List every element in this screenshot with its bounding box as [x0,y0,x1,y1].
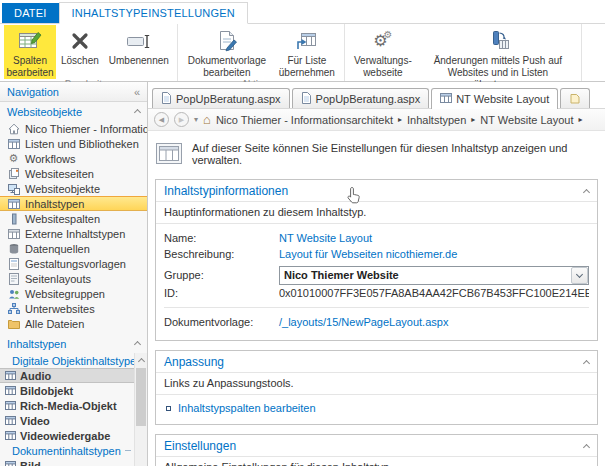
collapse-pane-icon[interactable]: « [134,86,140,98]
scrollbar-thumb[interactable] [136,368,146,426]
ribbon-group-verwalten: ⚙⚙ Verwaltungs-webseite Änderungen mitte… [345,24,582,81]
sidebar-item-websitegruppen[interactable]: Websitegruppen [0,286,147,301]
ct-item-bild[interactable]: Bild [0,458,134,466]
sharepoint-designer-window: DATEI INHALTSTYPEINSTELLUNGEN Spalten be… [0,0,605,466]
navigation-pane-header: Navigation « [0,82,147,102]
section-subtitle: Hauptinformationen zu diesem Inhaltstyp. [156,202,597,224]
sidebar-item-unterwebsites[interactable]: Unterwebsites [0,301,147,316]
tab-datei[interactable]: DATEI [2,3,59,23]
chevron-down-icon[interactable] [571,267,588,284]
button-label: Löschen [61,55,99,67]
forward-button[interactable]: ▶ [174,112,189,127]
ct-group-digitale-objektinhaltstypen: Digitale Objektinhaltstypen [0,353,134,368]
section-title[interactable]: Inhaltstypinformationen [164,184,288,198]
breadcrumb-bar: ◀ ▶ ▾ ⌂ Nico Thiemer - Informationsarchi… [148,109,605,131]
sidebar-item-datenquellen[interactable]: Datenquellen [0,241,147,256]
folder-icon [7,318,20,330]
ct-item-audio[interactable]: Audio [0,368,134,383]
ct-group-dokumentinhaltstypen: Dokumentinhaltstypen [0,443,134,458]
ct-item-bildobjekt[interactable]: Bildobjekt [0,383,134,398]
breadcrumb-separator-icon: ▸ [471,115,475,124]
name-label: Name: [164,231,279,246]
sidebar-item-seitenlayouts[interactable]: Seitenlayouts [0,271,147,286]
edit-content-type-columns-link[interactable]: Inhaltstypspalten bearbeiten [178,402,316,414]
content-type-list: Digitale Objektinhaltstypen Audio Bildob… [0,353,147,466]
sidebar-item-site[interactable]: Nico Thiemer - Informationsar... [0,121,147,136]
doc-tab-popupberatung-2[interactable]: PopUpBeratung.aspx [292,88,430,108]
doc-tab-nt-website-layout[interactable]: NT Website Layout [431,88,558,109]
admin-website-button[interactable]: ⚙⚙ Verwaltungs-webseite [348,25,418,90]
section-subtitle: Links zu Anpassungstools. [156,373,597,395]
gears-icon: ⚙⚙ [373,27,392,55]
table-icon [7,199,20,209]
push-changes-button[interactable]: Änderungen mittels Push auf Websites und… [418,25,578,90]
document-template-link[interactable]: /_layouts/15/NewPageLayout.aspx [279,315,448,330]
table-icon [5,460,16,466]
master-page-icon [7,258,20,270]
edit-columns-button[interactable]: Spalten bearbeiten [4,25,56,79]
chevron-up-icon [134,341,141,348]
home-icon[interactable]: ⌂ [203,114,211,126]
rename-icon [124,27,154,55]
delete-button[interactable]: Löschen [56,25,104,79]
sitemap-icon [7,303,20,315]
ct-item-video[interactable]: Video [0,413,134,428]
back-button[interactable]: ◀ [154,112,169,127]
page-icon [161,92,172,106]
ct-item-rich-media-objekt[interactable]: Rich-Media-Objekt [0,398,134,413]
sidebar-item-externe-inhaltstypen[interactable]: Externe Inhaltstypen [0,226,147,241]
tab-inhaltstypeinstellungen[interactable]: INHALTSTYPEINSTELLUNGEN [59,2,248,24]
sidebar-item-websiteseiten[interactable]: Websiteseiten [0,166,147,181]
sidebar-item-listen-und-bibliotheken[interactable]: Listen und Bibliotheken [0,136,147,151]
new-tab-button[interactable] [560,88,590,108]
button-label: Spalten bearbeiten [6,55,53,79]
sidebar-item-inhaltstypen[interactable]: Inhaltstypen [0,196,147,211]
collapse-section-icon[interactable] [583,188,590,195]
page-layout-icon [7,273,20,285]
doc-tab-popupberatung-1[interactable]: PopUpBeratung.aspx [152,88,290,108]
scrollbar-vertical[interactable] [134,353,147,466]
section-anpassung: Anpassung Links zu Anpassungstools. Inha… [155,350,598,425]
pages-icon [7,168,20,180]
square-bullet-icon [166,406,171,411]
description-value-link[interactable]: Layout für Webseiten nicothiemer.de [279,247,457,262]
breadcrumb-item-site[interactable]: Nico Thiemer - Informationsarchitekt [216,114,393,126]
ct-item-videowiedergabe[interactable]: Videowiedergabe [0,428,134,443]
table-edit-icon [17,27,43,55]
rename-button[interactable]: Umbenennen [104,25,174,79]
section-title[interactable]: Einstellungen [164,439,236,453]
name-value-link[interactable]: NT Website Layout [279,231,372,246]
breadcrumb-separator-icon: ▸ [578,115,582,124]
group-select[interactable]: Nico Thiemer Website [279,266,589,285]
section-subtitle: Allgemeine Einstellungen für diesen Inha… [156,457,597,466]
breadcrumb-item-inhaltstypen[interactable]: Inhaltstypen [407,114,466,126]
external-content-type-icon [7,229,20,239]
group-label: Gruppe: [164,268,279,285]
collapse-section-icon[interactable] [583,359,590,366]
navigation-title: Navigation [7,86,59,98]
section-websiteobjekte-header[interactable]: Websiteobjekte [0,102,147,121]
button-label: Für Liste übernehmen [278,55,336,79]
edit-document-template-button[interactable]: Dokumentvorlage bearbeiten [181,25,273,79]
id-value: 0x01010007FF3E057FA8AB4AA42FCB67B453FFC1… [279,286,589,301]
sidebar-item-websitespalten[interactable]: Websitespalten [0,211,147,226]
collapse-section-icon[interactable] [583,443,590,450]
section-title[interactable]: Anpassung [164,355,224,369]
sidebar-item-alle-dateien[interactable]: Alle Dateien [0,316,147,331]
sidebar-item-workflows[interactable]: ⚙ Workflows [0,151,147,166]
new-page-icon [569,92,581,106]
page-intro: Auf dieser Seite können Sie Einstellunge… [156,142,598,166]
section-inhaltstypen-header[interactable]: Inhaltstypen [0,334,147,353]
button-label: Umbenennen [109,55,169,67]
home-icon [7,123,20,135]
navigation-pane: Navigation « Websiteobjekte Nico Thiemer… [0,82,148,466]
sidebar-item-gestaltungsvorlagen[interactable]: Gestaltungsvorlagen [0,256,147,271]
column-icon [7,213,20,225]
apply-to-list-button[interactable]: Für Liste übernehmen [273,25,341,79]
recent-pages-dropdown-icon[interactable]: ▾ [194,115,198,124]
breadcrumb-item-nt-website-layout[interactable]: NT Website Layout [480,114,573,126]
database-icon [7,243,20,255]
button-label: Verwaltungs-webseite [353,55,413,79]
sidebar-item-websiteobjekte[interactable]: Websiteobjekte [0,181,147,196]
scroll-up-icon[interactable] [135,353,147,366]
